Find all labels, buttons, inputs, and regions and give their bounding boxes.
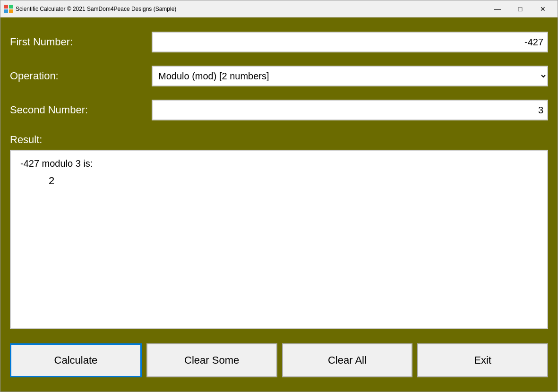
main-window: Scientific Calculator © 2021 SamDom4Peac…	[0, 0, 558, 392]
result-label: Result:	[10, 134, 548, 146]
operation-select[interactable]: Modulo (mod) [2 numbers] Add [2 numbers]…	[152, 66, 548, 86]
svg-rect-0	[4, 5, 8, 9]
app-content: First Number: Operation: Modulo (mod) [2…	[0, 17, 558, 392]
window-controls: — □ ✕	[487, 2, 554, 16]
close-button[interactable]: ✕	[532, 2, 554, 16]
exit-button[interactable]: Exit	[417, 343, 548, 377]
first-number-input[interactable]	[152, 32, 548, 52]
result-box: -427 modulo 3 is: 2	[10, 150, 548, 329]
clear-some-button[interactable]: Clear Some	[146, 343, 277, 377]
first-number-label: First Number:	[10, 36, 152, 48]
second-number-row: Second Number:	[10, 100, 548, 120]
button-row: Calculate Clear Some Clear All Exit	[10, 337, 548, 382]
svg-rect-3	[9, 9, 13, 13]
calculate-button[interactable]: Calculate	[10, 343, 142, 377]
window-title: Scientific Calculator © 2021 SamDom4Peac…	[16, 6, 487, 12]
result-text: -427 modulo 3 is:	[20, 158, 538, 169]
result-section: Result: -427 modulo 3 is: 2	[10, 134, 548, 329]
second-number-label: Second Number:	[10, 104, 152, 116]
operation-row: Operation: Modulo (mod) [2 numbers] Add …	[10, 66, 548, 86]
minimize-button[interactable]: —	[487, 2, 508, 16]
svg-rect-1	[9, 5, 13, 9]
maximize-button[interactable]: □	[509, 2, 531, 16]
result-value: 2	[49, 175, 538, 187]
app-icon	[4, 5, 13, 13]
second-number-input[interactable]	[152, 100, 548, 120]
clear-all-button[interactable]: Clear All	[282, 343, 413, 377]
title-bar: Scientific Calculator © 2021 SamDom4Peac…	[0, 0, 558, 17]
first-number-row: First Number:	[10, 32, 548, 52]
svg-rect-2	[4, 9, 8, 13]
operation-label: Operation:	[10, 70, 152, 82]
